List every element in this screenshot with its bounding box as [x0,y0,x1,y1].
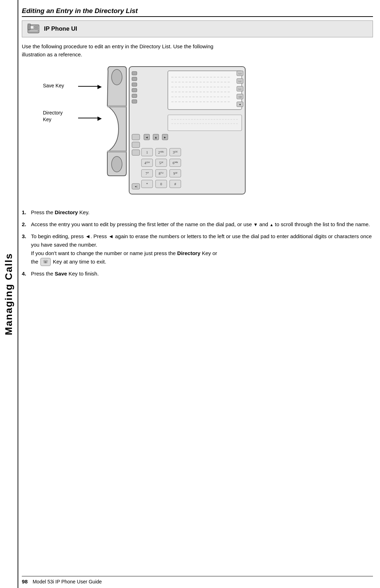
illustration-area: Save Key DirectoryKey ▶ ▶ [22,64,373,201]
svg-text:4ᴳᴴ: 4ᴳᴴ [145,161,150,165]
svg-text:L3: L3 [239,72,241,75]
step-4-number: 4. [22,270,29,278]
footer-text: Model 53i IP Phone User Guide [33,579,102,584]
step-3-number: 3. [22,232,29,266]
svg-rect-20 [132,83,137,86]
main-content: Editing an Entry in the Directory List I… [22,7,373,574]
step-1-bold: Directory [55,209,78,215]
steps-container: 1. Press the Directory Key. 2. Access th… [22,208,373,278]
svg-text:7ᴾ: 7ᴾ [146,172,149,175]
svg-text:▼: ▼ [155,136,157,139]
svg-text:8ᵀᵁ: 8ᵀᵁ [159,172,164,175]
svg-text:9ᵂ: 9ᵂ [173,172,178,175]
svg-text:◄: ◄ [145,136,148,139]
svg-rect-8 [107,105,126,107]
svg-text:L1: L1 [239,88,241,91]
svg-rect-11 [168,71,242,110]
footer: 98 Model 53i IP Phone User Guide [22,576,373,584]
svg-rect-24 [168,115,242,131]
svg-rect-5 [28,24,30,30]
step-1-number: 1. [22,208,29,217]
svg-text:*: * [146,182,148,186]
directory-key-label: DirectoryKey [43,110,63,123]
svg-point-6 [112,69,122,85]
svg-text:5ᴶᴷ: 5ᴶᴷ [159,161,164,165]
intro-text: Use the following procedure to edit an e… [22,42,373,59]
svg-text:■: ■ [239,103,241,106]
svg-text:◁/2: ◁/2 [238,95,242,98]
svg-rect-19 [132,77,137,81]
step-2-content: Access the entry you want to edit by pre… [31,220,370,229]
footer-page-number: 98 [22,578,28,584]
svg-rect-27 [132,134,140,140]
ip-phone-ui-label: IP Phone UI [44,25,77,32]
svg-text:1: 1 [146,150,148,154]
svg-rect-9 [107,150,126,153]
svg-rect-2 [34,26,38,27]
svg-rect-4 [29,30,38,32]
save-key-connector [78,86,99,87]
ip-phone-ui-header: IP Phone UI [22,20,373,37]
svg-text:►: ► [164,136,167,139]
svg-rect-23 [132,100,137,103]
sidebar: Managing Calls [0,0,18,588]
svg-text:L2: L2 [239,80,241,83]
svg-point-7 [112,156,122,172]
the-word: the [31,259,40,265]
svg-rect-22 [132,94,137,98]
svg-rect-3 [34,27,38,29]
step-4-content: Press the Save Key to finish. [31,270,99,278]
phone-illustration: ◄ ▲ ▼ ► 1 2ᴬᴮᶜ 3ᴰᴱ 4ᴳᴴ 5ᴶᴷ [97,64,252,201]
step-3: 3. To begin editing, press ◄. Press ◄ ag… [22,232,373,266]
svg-text:#: # [175,182,176,186]
page-title: Editing an Entry in the Directory List [22,7,373,17]
save-key-label: Save Key [43,83,64,88]
step-2-number: 2. [22,220,29,229]
step-1-content: Press the Directory Key. [31,208,89,217]
step-1: 1. Press the Directory Key. [22,208,373,217]
step-3-content: To begin editing, press ◄. Press ◄ again… [31,232,373,266]
sidebar-label: Managing Calls [3,253,14,335]
step-4: 4. Press the Save Key to finish. [22,270,373,278]
svg-text:0: 0 [160,182,162,186]
svg-rect-18 [132,72,137,75]
svg-text:◄|: ◄| [134,185,138,188]
svg-text:2ᴬᴮᶜ: 2ᴬᴮᶜ [158,150,164,154]
svg-text:6ᴹᴺ: 6ᴹᴺ [173,161,178,165]
step-4-bold: Save [55,271,67,277]
goodbye-key-icon: ☏ [40,258,51,266]
step-2: 2. Access the entry you want to edit by … [22,220,373,229]
svg-rect-29 [132,150,140,155]
svg-text:3ᴰᴱ: 3ᴰᴱ [173,150,178,154]
svg-rect-28 [132,142,140,148]
svg-rect-21 [132,88,137,92]
phone-icon [27,24,40,34]
directory-key-connector [78,118,99,118]
